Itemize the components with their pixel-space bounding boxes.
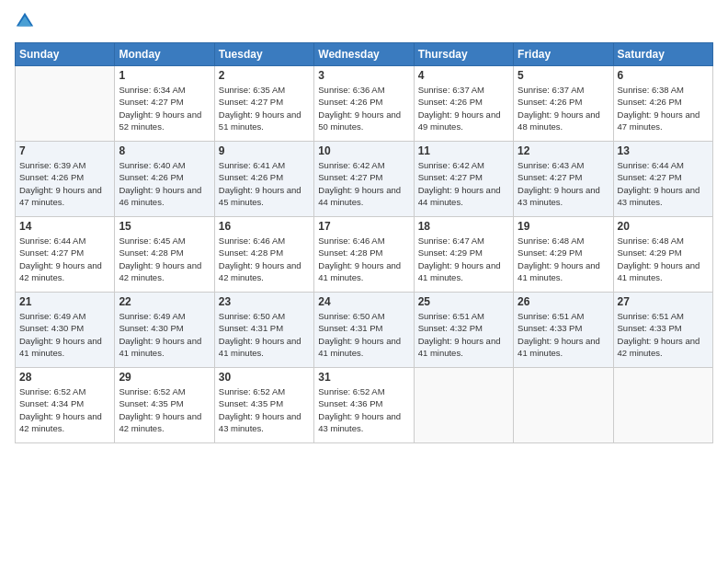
day-number: 22 [119, 295, 210, 308]
day-number: 3 [318, 69, 409, 82]
day-info: Sunrise: 6:44 AMSunset: 4:27 PMDaylight:… [618, 159, 709, 208]
day-info: Sunrise: 6:52 AMSunset: 4:36 PMDaylight:… [318, 385, 409, 434]
day-info: Sunrise: 6:36 AMSunset: 4:26 PMDaylight:… [318, 84, 409, 132]
day-info: Sunrise: 6:51 AMSunset: 4:32 PMDaylight:… [418, 310, 509, 359]
calendar-cell: 4Sunrise: 6:37 AMSunset: 4:26 PMDaylight… [414, 66, 513, 142]
day-info: Sunrise: 6:52 AMSunset: 4:35 PMDaylight:… [119, 385, 210, 434]
day-info: Sunrise: 6:51 AMSunset: 4:33 PMDaylight:… [518, 310, 609, 359]
day-info: Sunrise: 6:47 AMSunset: 4:29 PMDaylight:… [418, 235, 509, 283]
day-info: Sunrise: 6:41 AMSunset: 4:26 PMDaylight:… [219, 159, 310, 208]
calendar-cell: 20Sunrise: 6:48 AMSunset: 4:29 PMDayligh… [613, 217, 712, 293]
day-info: Sunrise: 6:44 AMSunset: 4:27 PMDaylight:… [19, 235, 110, 283]
week-row-3: 14Sunrise: 6:44 AMSunset: 4:27 PMDayligh… [16, 217, 713, 293]
weekday-header-saturday: Saturday [613, 43, 712, 66]
day-number: 7 [19, 144, 110, 157]
day-number: 6 [618, 69, 709, 82]
day-info: Sunrise: 6:39 AMSunset: 4:26 PMDaylight:… [19, 159, 110, 208]
day-number: 20 [618, 220, 709, 233]
day-info: Sunrise: 6:51 AMSunset: 4:33 PMDaylight:… [618, 310, 709, 359]
calendar-cell [514, 368, 613, 443]
weekday-header-row: SundayMondayTuesdayWednesdayThursdayFrid… [16, 43, 713, 66]
day-info: Sunrise: 6:48 AMSunset: 4:29 PMDaylight:… [518, 235, 609, 283]
day-number: 5 [518, 69, 609, 82]
day-info: Sunrise: 6:49 AMSunset: 4:30 PMDaylight:… [19, 310, 110, 359]
calendar-cell: 23Sunrise: 6:50 AMSunset: 4:31 PMDayligh… [214, 293, 313, 368]
calendar-cell: 18Sunrise: 6:47 AMSunset: 4:29 PMDayligh… [414, 217, 513, 293]
logo-icon [15, 11, 35, 31]
weekday-header-monday: Monday [115, 43, 214, 66]
calendar-cell: 13Sunrise: 6:44 AMSunset: 4:27 PMDayligh… [613, 142, 712, 217]
day-number: 23 [219, 295, 310, 308]
calendar-cell: 11Sunrise: 6:42 AMSunset: 4:27 PMDayligh… [414, 142, 513, 217]
day-number: 10 [318, 144, 409, 157]
weekday-header-tuesday: Tuesday [214, 43, 313, 66]
calendar-table: SundayMondayTuesdayWednesdayThursdayFrid… [15, 42, 713, 443]
page: SundayMondayTuesdayWednesdayThursdayFrid… [0, 0, 728, 563]
week-row-2: 7Sunrise: 6:39 AMSunset: 4:26 PMDaylight… [16, 142, 713, 217]
day-info: Sunrise: 6:45 AMSunset: 4:28 PMDaylight:… [119, 235, 210, 283]
day-number: 13 [618, 144, 709, 157]
day-number: 28 [19, 371, 110, 384]
calendar-cell: 28Sunrise: 6:52 AMSunset: 4:34 PMDayligh… [16, 368, 115, 443]
calendar-cell: 12Sunrise: 6:43 AMSunset: 4:27 PMDayligh… [514, 142, 613, 217]
calendar-cell: 8Sunrise: 6:40 AMSunset: 4:26 PMDaylight… [115, 142, 214, 217]
weekday-header-friday: Friday [514, 43, 613, 66]
day-number: 18 [418, 220, 509, 233]
day-number: 1 [119, 69, 210, 82]
day-info: Sunrise: 6:48 AMSunset: 4:29 PMDaylight:… [618, 235, 709, 283]
calendar-cell [414, 368, 513, 443]
day-number: 8 [119, 144, 210, 157]
header [15, 11, 713, 35]
day-number: 29 [119, 371, 210, 384]
day-number: 19 [518, 220, 609, 233]
calendar-cell: 14Sunrise: 6:44 AMSunset: 4:27 PMDayligh… [16, 217, 115, 293]
calendar-cell: 27Sunrise: 6:51 AMSunset: 4:33 PMDayligh… [613, 293, 712, 368]
day-number: 12 [518, 144, 609, 157]
calendar-cell: 19Sunrise: 6:48 AMSunset: 4:29 PMDayligh… [514, 217, 613, 293]
day-info: Sunrise: 6:38 AMSunset: 4:26 PMDaylight:… [618, 84, 709, 132]
calendar-cell: 17Sunrise: 6:46 AMSunset: 4:28 PMDayligh… [314, 217, 414, 293]
calendar-cell: 2Sunrise: 6:35 AMSunset: 4:27 PMDaylight… [214, 66, 313, 142]
day-info: Sunrise: 6:37 AMSunset: 4:26 PMDaylight:… [518, 84, 609, 132]
logo [15, 11, 37, 35]
calendar-cell: 15Sunrise: 6:45 AMSunset: 4:28 PMDayligh… [115, 217, 214, 293]
calendar-cell: 22Sunrise: 6:49 AMSunset: 4:30 PMDayligh… [115, 293, 214, 368]
day-info: Sunrise: 6:37 AMSunset: 4:26 PMDaylight:… [418, 84, 509, 132]
day-info: Sunrise: 6:42 AMSunset: 4:27 PMDaylight:… [318, 159, 409, 208]
calendar-cell: 9Sunrise: 6:41 AMSunset: 4:26 PMDaylight… [214, 142, 313, 217]
calendar-cell: 25Sunrise: 6:51 AMSunset: 4:32 PMDayligh… [414, 293, 513, 368]
day-info: Sunrise: 6:52 AMSunset: 4:34 PMDaylight:… [19, 385, 110, 434]
day-info: Sunrise: 6:35 AMSunset: 4:27 PMDaylight:… [219, 84, 310, 132]
weekday-header-wednesday: Wednesday [314, 43, 414, 66]
day-number: 17 [318, 220, 409, 233]
calendar-cell: 31Sunrise: 6:52 AMSunset: 4:36 PMDayligh… [314, 368, 414, 443]
calendar-cell: 6Sunrise: 6:38 AMSunset: 4:26 PMDaylight… [613, 66, 712, 142]
calendar-cell [16, 66, 115, 142]
week-row-4: 21Sunrise: 6:49 AMSunset: 4:30 PMDayligh… [16, 293, 713, 368]
weekday-header-thursday: Thursday [414, 43, 513, 66]
day-number: 15 [119, 220, 210, 233]
calendar-cell: 30Sunrise: 6:52 AMSunset: 4:35 PMDayligh… [214, 368, 313, 443]
calendar-cell: 10Sunrise: 6:42 AMSunset: 4:27 PMDayligh… [314, 142, 414, 217]
day-number: 4 [418, 69, 509, 82]
day-number: 30 [219, 371, 310, 384]
day-info: Sunrise: 6:42 AMSunset: 4:27 PMDaylight:… [418, 159, 509, 208]
day-info: Sunrise: 6:34 AMSunset: 4:27 PMDaylight:… [119, 84, 210, 132]
calendar-cell: 3Sunrise: 6:36 AMSunset: 4:26 PMDaylight… [314, 66, 414, 142]
day-number: 21 [19, 295, 110, 308]
calendar-cell [613, 368, 712, 443]
day-number: 14 [19, 220, 110, 233]
calendar-cell: 21Sunrise: 6:49 AMSunset: 4:30 PMDayligh… [16, 293, 115, 368]
day-number: 24 [318, 295, 409, 308]
day-info: Sunrise: 6:46 AMSunset: 4:28 PMDaylight:… [318, 235, 409, 283]
week-row-1: 1Sunrise: 6:34 AMSunset: 4:27 PMDaylight… [16, 66, 713, 142]
weekday-header-sunday: Sunday [16, 43, 115, 66]
day-number: 31 [318, 371, 409, 384]
day-number: 11 [418, 144, 509, 157]
calendar-cell: 1Sunrise: 6:34 AMSunset: 4:27 PMDaylight… [115, 66, 214, 142]
day-info: Sunrise: 6:49 AMSunset: 4:30 PMDaylight:… [119, 310, 210, 359]
calendar-cell: 26Sunrise: 6:51 AMSunset: 4:33 PMDayligh… [514, 293, 613, 368]
day-number: 2 [219, 69, 310, 82]
day-info: Sunrise: 6:40 AMSunset: 4:26 PMDaylight:… [119, 159, 210, 208]
calendar-cell: 7Sunrise: 6:39 AMSunset: 4:26 PMDaylight… [16, 142, 115, 217]
